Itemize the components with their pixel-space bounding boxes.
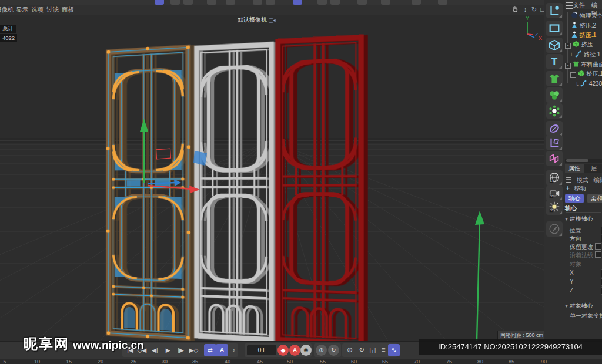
sound-icon[interactable]: ♪ bbox=[228, 344, 240, 356]
tab-layers[interactable]: 层 bbox=[587, 164, 600, 173]
dolly-icon[interactable]: ↕ bbox=[521, 5, 530, 14]
rectangle-tool-icon[interactable] bbox=[546, 21, 563, 36]
active-camera-label[interactable]: 默认摄像机 bbox=[238, 16, 276, 24]
autokey-track-icon[interactable]: A bbox=[216, 344, 228, 356]
position-toggle-icon[interactable]: ⊕ bbox=[316, 345, 327, 356]
toolbar-icon-active[interactable] bbox=[293, 0, 302, 5]
cluster-icon[interactable] bbox=[546, 87, 563, 103]
expander-icon[interactable]: - bbox=[565, 43, 571, 49]
tab-attributes[interactable]: 属性 bbox=[565, 164, 584, 173]
checkbox[interactable] bbox=[595, 251, 601, 258]
play-button[interactable]: ▶ bbox=[162, 344, 174, 356]
checkbox[interactable] bbox=[595, 243, 601, 250]
lattice-panel-white[interactable] bbox=[194, 41, 274, 341]
bend-deformer-icon[interactable] bbox=[546, 121, 563, 136]
panel-front-face bbox=[194, 41, 274, 341]
menu-camera[interactable]: 摄像机 bbox=[0, 6, 14, 14]
record-scale-icon[interactable]: ◱ bbox=[367, 344, 379, 356]
attr-row-object[interactable]: 对象 bbox=[570, 260, 602, 268]
tree-item-physical-sky[interactable]: 物理天空 bbox=[565, 12, 602, 21]
om-horizontal-scrollbar[interactable] bbox=[565, 159, 602, 163]
instance-planes-icon[interactable] bbox=[546, 151, 563, 166]
axis-modifier-icon[interactable] bbox=[546, 135, 563, 150]
toolbar-icon[interactable] bbox=[438, 0, 447, 5]
menu-options[interactable]: 选项 bbox=[31, 6, 44, 14]
tree-item-extrude[interactable]: - 挤压 bbox=[565, 41, 602, 49]
attr-row-keep-changes[interactable]: 保留更改 bbox=[570, 243, 602, 251]
rotate-view-icon[interactable]: ↻ bbox=[530, 5, 539, 14]
keyframe-selection-icon[interactable]: ✱ bbox=[300, 345, 312, 356]
attr-row-single-object[interactable]: 单一对象变换 bbox=[570, 312, 602, 320]
menu-panel[interactable]: 面板 bbox=[62, 6, 74, 14]
viewport-3d[interactable]: 默认摄像机 总计 4022 Y Z X bbox=[0, 15, 544, 341]
toolbar-icon[interactable] bbox=[253, 0, 262, 5]
prev-frame-button[interactable]: ◀| bbox=[149, 344, 161, 356]
axis-tool-icon[interactable] bbox=[546, 3, 563, 18]
toolbar-icon-active[interactable] bbox=[155, 0, 164, 5]
attr-label: 沿着法线 bbox=[570, 252, 593, 258]
attr-row-along-normals[interactable]: 沿着法线 bbox=[570, 251, 602, 259]
text-tool-icon[interactable]: T bbox=[546, 54, 563, 69]
tree-item-extrude-1-child[interactable]: - 挤压.1 bbox=[565, 70, 602, 79]
record-rotation-icon[interactable]: ↻ bbox=[356, 344, 367, 356]
lattice-panel-selected[interactable] bbox=[106, 45, 191, 341]
annotate-pen-icon[interactable] bbox=[546, 221, 563, 237]
cube-primitive-icon[interactable] bbox=[546, 38, 563, 53]
attr-row-x[interactable]: X bbox=[570, 269, 602, 276]
tree-item-extrude-1-selected[interactable]: 挤压.1 bbox=[565, 31, 602, 40]
tree-item-label: 路径 1 bbox=[584, 51, 600, 58]
expander-icon[interactable]: - bbox=[565, 63, 571, 69]
tree-item-label: 布料曲面 bbox=[581, 61, 602, 68]
attr-row-direction[interactable]: 方向 bbox=[570, 235, 602, 243]
expander-icon[interactable]: - bbox=[570, 72, 576, 78]
menu-display[interactable]: 显示 bbox=[16, 6, 28, 14]
toolbar-icon[interactable] bbox=[381, 0, 390, 5]
attr-menu-mode[interactable]: 模式 bbox=[577, 177, 588, 183]
toolbar-icon[interactable] bbox=[330, 0, 340, 5]
attr-menu-edit[interactable]: 编辑 bbox=[594, 177, 602, 183]
pan-hand-icon[interactable] bbox=[511, 5, 520, 14]
toolbar-icon[interactable] bbox=[412, 0, 421, 5]
toolbar-icon[interactable] bbox=[183, 0, 193, 5]
attr-row-position[interactable]: 位置 bbox=[570, 227, 602, 235]
om-menu-file[interactable]: 文件 bbox=[573, 1, 585, 9]
group-modeling-axis[interactable]: ▾ 建模轴心 bbox=[565, 215, 602, 223]
group-label: 对象轴心 bbox=[570, 302, 593, 309]
generator-gear-icon[interactable] bbox=[546, 103, 563, 119]
object-manager-menu-icon[interactable] bbox=[566, 2, 573, 9]
tree-item-extrude-2[interactable]: 挤压.2 bbox=[565, 22, 602, 31]
next-key-button[interactable]: ▶◇ bbox=[188, 344, 200, 356]
timeline-ruler[interactable]: 5 10 15 20 25 30 35 40 45 50 55 60 65 70… bbox=[0, 359, 602, 364]
lattice-panel-red[interactable] bbox=[275, 34, 364, 341]
next-frame-button[interactable]: |▶ bbox=[175, 344, 187, 356]
tree-item-label: 挤压.2 bbox=[580, 22, 596, 29]
light-icon[interactable]: ST bbox=[546, 200, 563, 215]
world-globe-icon[interactable]: ST bbox=[546, 170, 563, 186]
stage-camera-icon[interactable]: ST bbox=[546, 186, 563, 201]
record-parameter-icon[interactable]: ≡ bbox=[377, 344, 389, 356]
toolbar-icon[interactable] bbox=[207, 0, 216, 5]
rotation-toggle-icon[interactable]: ↻ bbox=[328, 345, 339, 356]
toolbar-icon[interactable] bbox=[226, 0, 235, 5]
attr-row-y[interactable]: Y bbox=[570, 278, 602, 285]
attribute-menu-icon[interactable] bbox=[566, 177, 571, 183]
toolbar-icon[interactable] bbox=[266, 0, 275, 5]
toolbar-icon[interactable] bbox=[170, 0, 180, 5]
toolbar-icon[interactable] bbox=[317, 0, 327, 5]
autokey-icon[interactable]: A bbox=[289, 345, 300, 356]
group-object-axis[interactable]: ▾ 对象轴心 bbox=[565, 302, 602, 310]
attr-row-z[interactable]: Z bbox=[570, 287, 602, 294]
axis-mode-button[interactable]: 轴心 bbox=[565, 194, 584, 203]
soft-selection-button[interactable]: 柔和选择 bbox=[587, 194, 602, 203]
loop-icon[interactable]: ⇄ bbox=[204, 344, 216, 356]
record-pla-icon[interactable]: ∿ bbox=[388, 344, 400, 356]
tree-item-path-1[interactable]: └ 路径 1 bbox=[565, 50, 602, 59]
record-keyframe-icon[interactable]: ◆ bbox=[277, 345, 289, 356]
current-frame-field[interactable]: 0 F bbox=[247, 345, 277, 355]
tree-item-spline-number[interactable]: └ 42385 bbox=[565, 80, 602, 89]
cloth-icon[interactable] bbox=[546, 71, 563, 86]
toolbar-icon[interactable] bbox=[357, 0, 367, 5]
record-position-icon[interactable]: ⊕ bbox=[344, 344, 356, 356]
menu-filter[interactable]: 过滤 bbox=[46, 6, 59, 14]
tree-item-cloth-surface[interactable]: - 布料曲面 bbox=[565, 60, 602, 69]
